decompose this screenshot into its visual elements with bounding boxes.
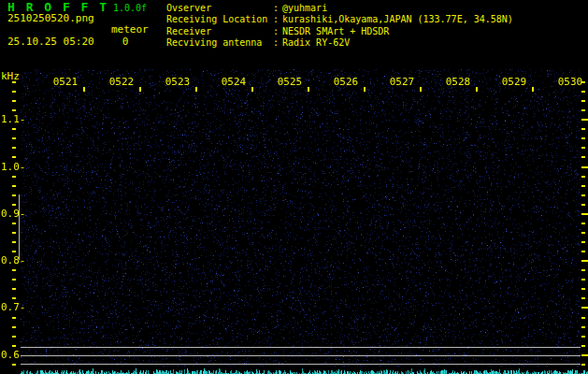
time-tick-label: 0522 bbox=[108, 76, 135, 88]
freq-minor-tick bbox=[12, 137, 16, 139]
time-tick-label: 0523 bbox=[165, 76, 191, 88]
freq-minor-tick-right bbox=[581, 269, 585, 271]
freq-minor-tick-right bbox=[581, 91, 585, 93]
info-colon: : bbox=[273, 3, 279, 13]
freq-minor-tick bbox=[12, 232, 16, 234]
freq-minor-tick bbox=[12, 185, 16, 187]
freq-minor-tick bbox=[12, 317, 16, 319]
info-colon: : bbox=[273, 26, 279, 36]
signal-level-trace-canvas bbox=[21, 367, 588, 374]
freq-minor-tick bbox=[12, 336, 16, 338]
freq-minor-tick-right bbox=[581, 241, 585, 243]
time-tick-label: 0526 bbox=[333, 76, 359, 88]
info-label: Recviving antenna bbox=[166, 37, 262, 48]
freq-tick-label: 0.7- bbox=[1, 301, 26, 313]
freq-minor-tick-right bbox=[581, 317, 585, 319]
info-label: Receiver bbox=[166, 26, 211, 36]
freq-minor-tick bbox=[12, 364, 16, 366]
time-minute-tick bbox=[195, 87, 197, 92]
freq-major-tick-right bbox=[581, 166, 588, 168]
info-value: Radix RY-62V bbox=[282, 37, 350, 48]
app-version: 1.0.0f bbox=[113, 3, 147, 13]
freq-minor-tick bbox=[12, 279, 16, 280]
time-tick-label: 0529 bbox=[501, 76, 527, 88]
freq-minor-tick bbox=[12, 91, 16, 93]
time-tick-label: 0530 bbox=[557, 76, 583, 88]
freq-minor-tick bbox=[12, 194, 16, 196]
freq-minor-tick-right bbox=[581, 194, 585, 196]
time-minute-tick bbox=[476, 87, 478, 92]
freq-minor-tick bbox=[12, 269, 16, 271]
freq-minor-tick bbox=[12, 204, 16, 206]
freq-minor-tick bbox=[12, 241, 16, 243]
info-value: NESDR SMArt + HDSDR bbox=[282, 26, 389, 36]
freq-tick-label: 0.9- bbox=[1, 208, 26, 220]
freq-minor-tick bbox=[12, 345, 16, 347]
freq-minor-tick-right bbox=[581, 147, 585, 149]
freq-axis-unit-label: kHz bbox=[1, 71, 20, 82]
freq-minor-tick bbox=[12, 128, 16, 130]
freq-major-tick-right bbox=[581, 354, 588, 356]
time-minute-tick bbox=[532, 87, 534, 92]
freq-major-tick-right bbox=[581, 260, 588, 262]
freq-minor-tick bbox=[12, 109, 16, 111]
freq-minor-tick bbox=[12, 223, 16, 224]
freq-minor-tick bbox=[12, 100, 16, 102]
time-minute-tick bbox=[251, 87, 253, 92]
freq-minor-tick-right bbox=[581, 109, 585, 111]
freq-minor-tick-right bbox=[581, 297, 585, 299]
time-minute-tick bbox=[83, 87, 85, 92]
meteor-count-value: 0 bbox=[111, 36, 139, 48]
freq-major-tick-right bbox=[581, 213, 588, 215]
time-minute-tick bbox=[139, 87, 141, 92]
freq-minor-tick-right bbox=[581, 128, 585, 130]
freq-minor-tick-right bbox=[581, 279, 585, 280]
output-filename: 2510250520.png bbox=[7, 13, 94, 24]
level-gridline bbox=[21, 364, 581, 365]
time-tick-label: 0524 bbox=[221, 76, 247, 88]
hrofft-screen: H R O F F T 1.0.0f 2510250520.png 25.10.… bbox=[0, 0, 588, 374]
info-label: Receiving Location bbox=[166, 14, 267, 24]
freq-minor-tick-right bbox=[581, 185, 585, 187]
freq-minor-tick-right bbox=[581, 204, 585, 206]
level-gridline bbox=[21, 347, 581, 348]
freq-tick-label: 0.8- bbox=[1, 254, 26, 266]
freq-minor-tick bbox=[12, 288, 16, 290]
time-minute-tick bbox=[420, 87, 422, 92]
freq-minor-tick-right bbox=[581, 364, 585, 366]
freq-minor-tick bbox=[12, 81, 16, 83]
freq-minor-tick bbox=[12, 176, 16, 178]
freq-minor-tick-right bbox=[581, 288, 585, 290]
freq-minor-tick-right bbox=[581, 156, 585, 158]
info-value: kurashiki,Okayama,JAPAN (133.77E, 34.58N… bbox=[282, 14, 513, 24]
time-minute-tick bbox=[308, 87, 309, 92]
time-tick-label: 0521 bbox=[52, 76, 79, 88]
freq-minor-tick-right bbox=[581, 223, 585, 224]
freq-minor-tick-right bbox=[581, 100, 585, 102]
observation-datetime: 25.10.25 05:20 bbox=[7, 36, 94, 48]
freq-minor-tick bbox=[12, 326, 16, 328]
freq-minor-tick-right bbox=[581, 336, 585, 338]
info-colon: : bbox=[273, 37, 279, 48]
freq-minor-tick bbox=[12, 156, 16, 158]
freq-tick-label: 1.0- bbox=[1, 161, 26, 173]
freq-major-tick-right bbox=[581, 307, 588, 309]
time-tick-label: 0528 bbox=[445, 76, 471, 88]
freq-minor-tick-right bbox=[581, 251, 585, 252]
freq-tick-label: 1.1- bbox=[1, 113, 26, 125]
time-tick-label: 0527 bbox=[389, 76, 415, 88]
info-colon: : bbox=[273, 14, 279, 24]
time-minute-tick bbox=[364, 87, 366, 92]
meteor-count-label: meteor bbox=[111, 24, 149, 36]
freq-minor-tick-right bbox=[581, 345, 585, 347]
level-gridline bbox=[21, 355, 581, 356]
freq-minor-tick bbox=[12, 297, 16, 299]
info-value: @yuhmari bbox=[282, 3, 327, 13]
freq-major-tick-right bbox=[581, 119, 588, 121]
freq-minor-tick-right bbox=[581, 326, 585, 328]
freq-minor-tick bbox=[12, 147, 16, 149]
calibration-marker-line bbox=[19, 194, 20, 260]
time-tick-label: 0525 bbox=[277, 76, 303, 88]
spectrogram-noise-canvas bbox=[21, 69, 581, 367]
freq-minor-tick bbox=[12, 251, 16, 252]
